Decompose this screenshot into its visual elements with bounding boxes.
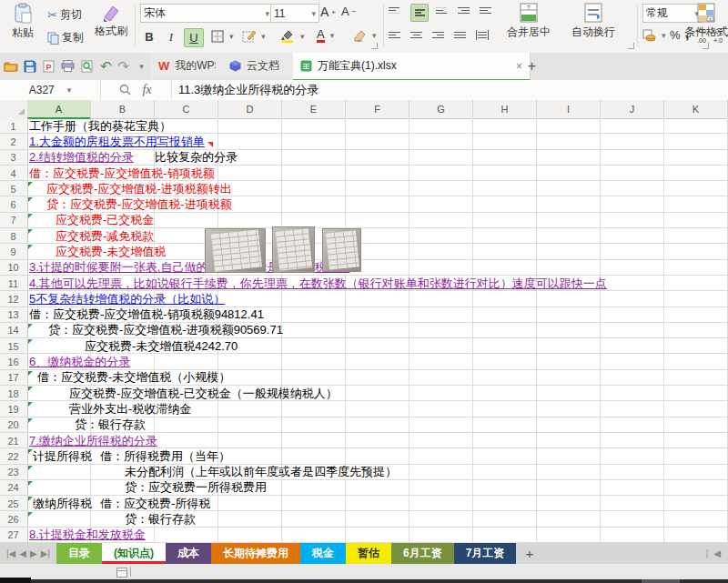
new-document-tab-button[interactable]: + xyxy=(524,58,540,74)
align-right-icon[interactable] xyxy=(432,30,444,40)
save-icon[interactable] xyxy=(22,58,37,74)
format-painter-button[interactable]: 格式刷 xyxy=(91,3,131,39)
sheet-tab[interactable]: 成本 xyxy=(166,543,211,564)
row-header-9[interactable]: 9 xyxy=(0,244,26,259)
grid-row[interactable]: 应交税费-减免税款 xyxy=(27,228,728,244)
cells-area[interactable]: 工作手册（我的葵花宝典）1.大金额的房租发票不用写报销单2.结转增值税的分录比较… xyxy=(27,118,728,543)
quick-access-more-icon[interactable]: ▾ xyxy=(134,58,149,74)
close-icon[interactable]: × xyxy=(516,60,522,73)
row-header-4[interactable]: 4 xyxy=(0,166,26,181)
sheet-nav-buttons[interactable]: |◀ ◀ ▶ ▶| xyxy=(0,543,56,564)
receipt-photo[interactable] xyxy=(322,228,361,272)
sheet-tab[interactable]: 7月工资 xyxy=(454,543,517,564)
row-header-17[interactable]: 17 xyxy=(0,370,26,386)
shrink-font-button[interactable]: A− xyxy=(341,5,356,18)
row-header-13[interactable]: 13 xyxy=(0,307,26,323)
grid-row[interactable]: 借：应交税费-应交增值税-销项税额94812.41 xyxy=(27,307,728,323)
column-header-A[interactable]: A xyxy=(27,100,91,119)
page-view-icon[interactable] xyxy=(116,568,127,578)
align-left-icon[interactable] xyxy=(389,30,400,40)
row-header-27[interactable]: 27 xyxy=(0,528,26,543)
fill-color-button[interactable]: ▾ xyxy=(280,29,305,43)
column-header-I[interactable]: I xyxy=(537,100,601,117)
column-header-J[interactable]: J xyxy=(601,100,664,117)
decrease-indent-icon[interactable] xyxy=(458,5,470,15)
draw-border-button[interactable]: ▾ xyxy=(242,30,266,43)
last-sheet-icon[interactable]: ▶| xyxy=(41,548,50,558)
font-color-button[interactable]: A▾ xyxy=(317,28,334,43)
underline-button[interactable]: U xyxy=(184,28,204,47)
grid-row[interactable]: 8.计提税金和发放税金 xyxy=(27,528,728,543)
undo-icon[interactable]: ↶ xyxy=(98,58,114,74)
formula-input[interactable]: 11.3缴纳企业所得税的分录 xyxy=(178,80,318,99)
column-header-G[interactable]: G xyxy=(410,100,473,117)
bold-button[interactable]: B xyxy=(140,28,158,45)
row-header-11[interactable]: 11 xyxy=(0,276,26,291)
column-header-C[interactable]: C xyxy=(155,100,218,117)
sheet-tab[interactable]: 长期待摊费用 xyxy=(211,543,300,564)
row-header-3[interactable]: 3 xyxy=(0,150,26,166)
grid-row[interactable]: 应交税费-未交增值税4242.70 xyxy=(27,338,728,354)
clear-format-button[interactable]: ▾ xyxy=(353,29,377,42)
justify-icon[interactable] xyxy=(454,30,466,40)
row-header-26[interactable]: 26 xyxy=(0,511,26,527)
copy-button[interactable]: 复制 xyxy=(47,30,84,45)
row-header-10[interactable]: 10 xyxy=(0,260,26,276)
row-header-21[interactable]: 21 xyxy=(0,433,26,448)
currency-format-button[interactable]: ▾ xyxy=(642,29,666,42)
grid-row[interactable]: 借：应交税费-未交增值税（小规模） xyxy=(27,370,728,386)
tab-scroll-left-icon[interactable]: ◀ xyxy=(713,548,721,558)
export-pdf-icon[interactable]: P xyxy=(41,58,56,74)
increase-indent-icon[interactable] xyxy=(480,5,491,15)
grid-row[interactable]: 应交税费-未交增值税 xyxy=(27,244,728,259)
grid-row[interactable]: 未分配利润（上年或以前年度或者是四季度先预提） xyxy=(27,465,728,480)
row-header-1[interactable]: 1 xyxy=(0,118,26,134)
row-header-23[interactable]: 23 xyxy=(0,465,26,480)
font-size-select[interactable]: 11▾ xyxy=(270,4,319,23)
grid-row[interactable]: 2.结转增值税的分录比较复杂的分录 xyxy=(27,150,728,166)
row-header-14[interactable]: 14 xyxy=(0,323,26,338)
align-bottom-icon[interactable] xyxy=(436,5,447,15)
search-icon[interactable] xyxy=(119,84,131,95)
row-header-25[interactable]: 25 xyxy=(0,496,26,511)
print-preview-icon[interactable] xyxy=(79,58,95,74)
grid-row[interactable]: 工作手册（我的葵花宝典） xyxy=(27,118,728,134)
conditional-format-button[interactable]: ≠ 条件格式 xyxy=(684,3,728,40)
grid-row[interactable]: 应交税费-已交税金 xyxy=(27,213,728,228)
receipt-photo[interactable] xyxy=(205,228,266,273)
grid-row[interactable]: 5不复杂结转增值税的分录（比如说） xyxy=(27,291,728,307)
insert-function-button[interactable]: fx xyxy=(142,83,151,97)
grid-row[interactable]: 3.计提的时候要附一张表,自己做的表（一无论是工资还税金） xyxy=(27,260,728,276)
align-middle-icon[interactable] xyxy=(410,4,429,22)
next-sheet-icon[interactable]: ▶ xyxy=(30,548,37,558)
column-header-D[interactable]: D xyxy=(218,100,282,117)
grid-row[interactable]: 1.大金额的房租发票不用写报销单 xyxy=(27,134,728,149)
add-sheet-button[interactable]: + xyxy=(516,543,542,564)
grid-row[interactable]: 应交税费-应交增值税-进项税额转出 xyxy=(27,181,728,196)
row-header-2[interactable]: 2 xyxy=(0,134,26,149)
italic-button[interactable]: I xyxy=(162,28,180,45)
row-header-8[interactable]: 8 xyxy=(0,228,26,244)
select-all-corner[interactable] xyxy=(0,100,28,117)
grid-row[interactable]: 贷：银行存款 xyxy=(27,511,728,527)
redo-icon[interactable]: ↷ xyxy=(116,58,131,74)
row-header-19[interactable]: 19 xyxy=(0,401,26,417)
sheet-tab[interactable]: (知识点) xyxy=(102,543,166,564)
grid-row[interactable]: 贷：银行存款 xyxy=(27,417,728,433)
open-file-icon[interactable] xyxy=(3,58,18,74)
grid-row[interactable]: 借：应交税费-应交增值税-销项税额 xyxy=(27,166,728,181)
distribute-icon[interactable] xyxy=(476,30,489,40)
cut-button[interactable]: ✂ 剪切 xyxy=(47,7,82,23)
column-header-K[interactable]: K xyxy=(664,100,728,117)
grid-row[interactable]: 贷：应交税费-应交增值税-进项税额 xyxy=(27,196,728,212)
column-header-B[interactable]: B xyxy=(91,100,155,117)
receipt-photo[interactable] xyxy=(272,226,315,273)
spreadsheet-grid[interactable]: ABCDEFGHIJK 1234567891011121314151617181… xyxy=(0,100,728,543)
document-tab[interactable]: 万能宝典(1).xlsx× xyxy=(293,53,531,81)
prev-sheet-icon[interactable]: ◀ xyxy=(19,548,26,558)
grid-row[interactable]: 6、缴纳税金的分录 xyxy=(27,354,728,369)
align-center-icon[interactable] xyxy=(410,30,422,40)
sheet-tab[interactable]: 税金 xyxy=(300,543,346,564)
grid-row[interactable]: 7.缴纳企业所得税的分录 xyxy=(27,433,728,448)
row-header-7[interactable]: 7 xyxy=(0,213,26,228)
